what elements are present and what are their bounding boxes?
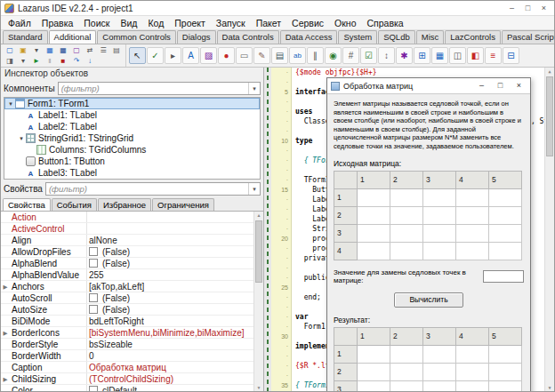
source-matrix-grid[interactable]: 12345 1 xyxy=(334,171,522,260)
menu-project[interactable]: Проект xyxy=(169,16,211,30)
grid-cell[interactable] xyxy=(423,188,456,206)
grid-cell[interactable] xyxy=(358,188,390,206)
grid-cell[interactable] xyxy=(390,188,423,206)
component-tdrawgrid[interactable]: ▦ xyxy=(431,47,448,64)
expand-arrow-icon[interactable] xyxy=(1,362,10,372)
result-matrix-grid[interactable]: 12345 1 xyxy=(334,327,522,392)
property-value[interactable]: [akTop,akLeft] xyxy=(87,281,144,292)
menu-file[interactable]: Файл xyxy=(3,16,36,30)
palette-tab-system[interactable]: System xyxy=(338,30,377,44)
component-tapplicationproperties[interactable]: ✱ xyxy=(396,47,413,64)
grid-cell[interactable] xyxy=(390,224,423,242)
component-tnotebook[interactable]: ▤ xyxy=(271,47,288,64)
component-tpairsplitter[interactable]: ◫ xyxy=(449,47,466,64)
property-value[interactable]: Обработка матриц xyxy=(87,362,166,372)
property-value[interactable]: 255 xyxy=(87,269,104,280)
palette-tab-sqldb[interactable]: SQLdb xyxy=(378,30,415,44)
expand-arrow-icon[interactable]: ▶ xyxy=(1,373,10,384)
menu-code[interactable]: Код xyxy=(142,16,169,30)
replace-value-input[interactable] xyxy=(483,270,524,283)
component-tbitbtn[interactable]: ✓ xyxy=(147,47,164,64)
expand-arrow-icon[interactable] xyxy=(1,223,10,234)
property-value[interactable]: bsSizeable xyxy=(87,339,133,349)
pause-button[interactable]: ‖ xyxy=(44,56,56,66)
property-row-bordericons[interactable]: ▶ BorderIcons [biSystemMenu,biMinimize,b… xyxy=(1,327,253,339)
property-row-autosize[interactable]: AutoSize (False) xyxy=(1,304,253,316)
scrollbar-thumb[interactable] xyxy=(255,220,262,283)
property-row-anchors[interactable]: ▶ Anchors [akTop,akLeft] xyxy=(1,281,253,292)
property-value-control[interactable] xyxy=(87,258,101,268)
grid-cell[interactable] xyxy=(390,380,423,392)
palette-tab-data-access[interactable]: Data Access xyxy=(280,30,338,44)
expand-arrow-icon[interactable] xyxy=(1,350,10,361)
build-mode-button[interactable]: ◨ xyxy=(4,56,16,66)
property-value-control[interactable] xyxy=(87,304,101,315)
property-row-activecontrol[interactable]: ActiveControl xyxy=(1,223,253,235)
grid-cell[interactable] xyxy=(489,345,522,363)
property-value[interactable]: (False) xyxy=(101,292,130,303)
palette-tab-common-controls[interactable]: Common Controls xyxy=(97,30,176,44)
menu-help[interactable]: Справка xyxy=(361,16,408,30)
component-tsplitter[interactable]: ∥ xyxy=(307,47,324,64)
grid-cell[interactable] xyxy=(390,206,423,224)
inspector-tab-favorites[interactable]: Избранное xyxy=(98,198,151,211)
grid-cell[interactable] xyxy=(489,363,522,380)
property-row-borderstyle[interactable]: BorderStyle bsSizeable xyxy=(1,339,253,350)
view-units-button[interactable]: ☰ xyxy=(97,45,109,55)
property-row-childsizing[interactable]: ▶ ChildSizing (TControlChildSizing) xyxy=(1,373,253,385)
grid-cell[interactable] xyxy=(358,345,390,363)
grid-cell[interactable] xyxy=(456,206,489,224)
code-line[interactable]: · {$mode objfpc}{$H+} xyxy=(271,68,554,77)
palette-tab-lazcontrols[interactable]: LazControls xyxy=(445,30,501,44)
grid-cell[interactable] xyxy=(423,345,456,363)
expand-arrow-icon[interactable] xyxy=(1,316,10,326)
scroll-up-icon[interactable]: ▲ xyxy=(545,68,554,74)
inspector-tab-events[interactable]: События xyxy=(52,198,97,211)
component-tspeedbutton[interactable]: ▸ xyxy=(165,47,181,64)
properties-filter[interactable]: ▾ xyxy=(45,182,261,196)
menu-view[interactable]: Вид xyxy=(115,16,142,30)
expand-arrow-icon[interactable] xyxy=(1,269,10,280)
build-mode-dropdown-button[interactable]: ▾ xyxy=(17,56,29,66)
property-value[interactable]: (TControlChildSizing) xyxy=(87,373,173,384)
property-row-borderwidth[interactable]: BorderWidth 0 xyxy=(1,350,253,362)
component-tstringgrid[interactable]: ⊞ xyxy=(414,47,430,64)
minimize-button[interactable]: – xyxy=(505,3,519,14)
grid-cell[interactable] xyxy=(456,224,489,242)
designer-maximize-button[interactable]: □ xyxy=(493,80,508,92)
chevron-down-icon[interactable]: ▾ xyxy=(248,83,260,94)
expand-arrow-icon[interactable] xyxy=(1,212,10,222)
palette-tab-misc[interactable]: Misc xyxy=(416,30,445,44)
save-all-button[interactable]: ▦ xyxy=(57,45,69,55)
property-value[interactable]: (False) xyxy=(101,258,130,268)
run-button[interactable]: ► xyxy=(30,56,43,66)
tree-item-form1[interactable]: ▾ Form1: TForm1 xyxy=(4,98,260,109)
grid-cell[interactable] xyxy=(423,363,456,380)
stop-button[interactable]: ■ xyxy=(57,56,69,66)
grid-cell[interactable] xyxy=(423,224,456,242)
expand-arrow-icon[interactable]: ▶ xyxy=(1,327,10,338)
property-row-color[interactable]: Color clDefault xyxy=(1,385,253,391)
tree-item-stringgrid1[interactable]: ▾ StringGrid1: TStringGrid xyxy=(4,132,260,144)
property-grid-scrollbar[interactable]: ▲ ▼ xyxy=(253,212,263,391)
grid-cell[interactable] xyxy=(390,242,423,260)
menu-run[interactable]: Запуск xyxy=(211,16,251,30)
property-value[interactable]: alNone xyxy=(87,235,117,245)
property-value[interactable]: bdLeftToRight xyxy=(87,316,144,326)
grid-cell[interactable] xyxy=(456,363,489,380)
property-row-action[interactable]: Action xyxy=(1,212,253,223)
grid-cell[interactable] xyxy=(489,206,522,224)
grid-cell[interactable] xyxy=(423,242,456,260)
expand-arrow-icon[interactable] xyxy=(1,339,10,349)
expand-arrow-icon[interactable] xyxy=(1,385,10,391)
toggle-form-unit-button[interactable]: ⇄ xyxy=(84,45,96,55)
grid-cell[interactable] xyxy=(358,363,390,380)
grid-cell[interactable] xyxy=(456,242,489,260)
component-tcolorbox[interactable]: ◧ xyxy=(467,47,484,64)
property-row-caption[interactable]: Caption Обработка матриц xyxy=(1,362,253,373)
save-button[interactable]: ▦ xyxy=(44,45,56,55)
grid-cell[interactable] xyxy=(489,188,522,206)
component-tvaluelisteditor[interactable]: ⊟ xyxy=(503,47,519,64)
property-value[interactable]: 0 xyxy=(87,350,94,361)
properties-filter-input[interactable] xyxy=(46,183,248,195)
